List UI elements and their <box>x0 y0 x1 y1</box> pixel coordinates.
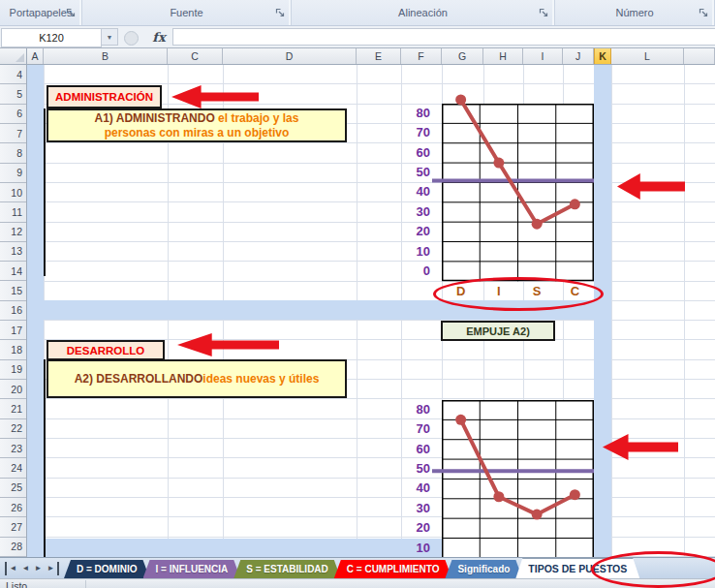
row-header-13[interactable]: 13 <box>0 242 26 262</box>
row-header-26[interactable]: 26 <box>0 498 26 517</box>
column-header-A[interactable]: A <box>27 48 44 64</box>
disc-chart-section1 <box>442 104 594 282</box>
column-headers: ABCDEFGHIJKL <box>27 48 715 65</box>
sheet-tab-significado[interactable]: Significado <box>445 560 522 578</box>
y-tick-label: 70 <box>398 419 437 439</box>
row-header-6[interactable]: 6 <box>0 105 26 124</box>
dialog-launcher-icon[interactable] <box>66 8 77 18</box>
row-header-4[interactable]: 4 <box>0 65 26 84</box>
row-header-14[interactable]: 14 <box>0 262 26 281</box>
row-header-11[interactable]: 11 <box>0 202 26 222</box>
last-sheet-icon[interactable]: ► <box>45 562 59 575</box>
desarrollo-description-box: A2) DESARROLLANDO ideas nuevas y útiles <box>47 359 347 398</box>
first-sheet-icon[interactable]: ◄ <box>5 562 19 575</box>
formula-input[interactable] <box>173 28 715 46</box>
row-header-12[interactable]: 12 <box>0 223 26 242</box>
ribbon-group-fuente: Fuente <box>82 0 292 25</box>
ribbon-group-label: Número <box>615 7 653 18</box>
red-ellipse-disc-labels <box>433 277 604 311</box>
disc-chart-2-canvas <box>442 400 594 557</box>
description-line-2: personas con miras a un objetivo <box>105 126 290 140</box>
row-header-19[interactable]: 19 <box>0 360 26 380</box>
select-all-corner[interactable] <box>0 48 27 65</box>
sheet-tab-s-estabilidad[interactable]: S = ESTABILIDAD <box>233 560 341 578</box>
red-arrow-administracion-icon <box>171 85 259 108</box>
previous-sheet-icon[interactable]: ◄ <box>19 562 32 575</box>
sheet-tab-i-influencia[interactable]: I = INFLUENCIA <box>143 560 241 578</box>
row-header-17[interactable]: 17 <box>0 321 26 340</box>
dialog-launcher-icon[interactable] <box>699 8 709 18</box>
row-header-23[interactable]: 23 <box>0 439 26 458</box>
administracion-description-box: A1) ADMINISTRANDO el trabajo y las perso… <box>47 108 347 142</box>
row-header-9[interactable]: 9 <box>0 164 26 183</box>
dialog-launcher-icon[interactable] <box>275 8 286 18</box>
y-tick-label: 30 <box>398 202 437 222</box>
row-headers: 4567891011121314151617181920212223242526… <box>0 65 27 557</box>
dialog-launcher-icon[interactable] <box>539 8 549 18</box>
column-header-D[interactable]: D <box>223 48 357 64</box>
y-tick-label: 80 <box>398 104 437 123</box>
description-line-1: A1) ADMINISTRANDO el trabajo y las <box>95 111 299 126</box>
row-header-25[interactable]: 25 <box>0 479 26 498</box>
section2-border-line <box>44 359 46 557</box>
row-header-22[interactable]: 22 <box>0 419 26 439</box>
row-header-20[interactable]: 20 <box>0 380 26 399</box>
row-header-18[interactable]: 18 <box>0 340 26 359</box>
excel-window: Portapapeles Fuente Alineación Número K1… <box>0 0 715 588</box>
administracion-title-box: ADMINISTRACIÓN <box>47 85 162 108</box>
sheet-tab-d-dominio[interactable]: D = DOMINIO <box>64 560 150 578</box>
row-header-27[interactable]: 27 <box>0 517 26 537</box>
y-tick-label: 10 <box>398 242 437 262</box>
ribbon-group-numero: Número <box>555 0 715 25</box>
column-header-C[interactable]: C <box>168 48 223 64</box>
formula-bar-handle <box>124 31 139 46</box>
name-box[interactable]: K120 <box>1 28 102 47</box>
chart1-y-axis-ticks: 80706050403020100 <box>398 104 437 281</box>
status-bar-divider <box>85 580 86 588</box>
cell-grid[interactable]: ADMINISTRACIÓN A1) ADMINISTRANDO el trab… <box>27 65 715 557</box>
desarrollo-title-box: DESARROLLO <box>47 340 165 360</box>
next-sheet-icon[interactable]: ► <box>32 562 45 575</box>
row-header-21[interactable]: 21 <box>0 399 26 418</box>
y-tick-label: 60 <box>398 440 437 459</box>
row-header-7[interactable]: 7 <box>0 124 26 143</box>
column-header-J[interactable]: J <box>563 48 594 64</box>
column-header-K[interactable]: K <box>594 48 611 64</box>
ribbon-group-label: Fuente <box>170 7 202 18</box>
y-tick-label: 80 <box>398 400 437 419</box>
column-header-F[interactable]: F <box>401 48 442 64</box>
row-header-28[interactable]: 28 <box>0 538 26 557</box>
ribbon-group-alineacion: Alineación <box>292 0 555 25</box>
ribbon-group-label: Alineación <box>398 7 448 18</box>
disc-chart-section2 <box>442 400 594 557</box>
row-header-10[interactable]: 10 <box>0 183 26 202</box>
name-box-dropdown-icon[interactable]: ▼ <box>101 28 118 46</box>
row-header-8[interactable]: 8 <box>0 143 26 163</box>
y-tick-label: 0 <box>398 262 437 281</box>
row-header-15[interactable]: 15 <box>0 281 26 300</box>
row-header-16[interactable]: 16 <box>0 301 26 321</box>
column-header-B[interactable]: B <box>44 48 168 64</box>
status-mode: Listo <box>6 580 27 588</box>
red-ellipse-active-tab <box>591 551 715 588</box>
red-arrow-chart1-icon <box>617 173 685 200</box>
ribbon-group-label: Portapapeles <box>10 7 73 18</box>
row-header-24[interactable]: 24 <box>0 458 26 478</box>
ribbon: Portapapeles Fuente Alineación Número <box>0 0 715 26</box>
tab-navigation: ◄ ◄ ► ► <box>0 558 64 578</box>
empuje-a2-header: EMPUJE A2) <box>441 321 555 341</box>
column-header-E[interactable]: E <box>357 48 401 64</box>
red-arrow-desarrollo-icon <box>177 333 279 356</box>
column-header-G[interactable]: G <box>442 48 483 64</box>
sheet-tabs: D = DOMINIOI = INFLUENCIAS = ESTABILIDAD… <box>64 558 633 578</box>
disc-chart-1-canvas <box>442 104 594 282</box>
y-tick-label: 50 <box>398 163 437 182</box>
column-header-partial[interactable] <box>684 48 715 64</box>
y-tick-label: 20 <box>398 222 437 241</box>
sheet-tab-c-cumplimiento[interactable]: C = CUMPLIMIENTO <box>334 560 452 578</box>
column-header-I[interactable]: I <box>523 48 563 64</box>
column-header-L[interactable]: L <box>611 48 684 64</box>
insert-function-icon[interactable]: fx <box>147 28 171 46</box>
row-header-5[interactable]: 5 <box>0 84 26 104</box>
column-header-H[interactable]: H <box>483 48 523 64</box>
